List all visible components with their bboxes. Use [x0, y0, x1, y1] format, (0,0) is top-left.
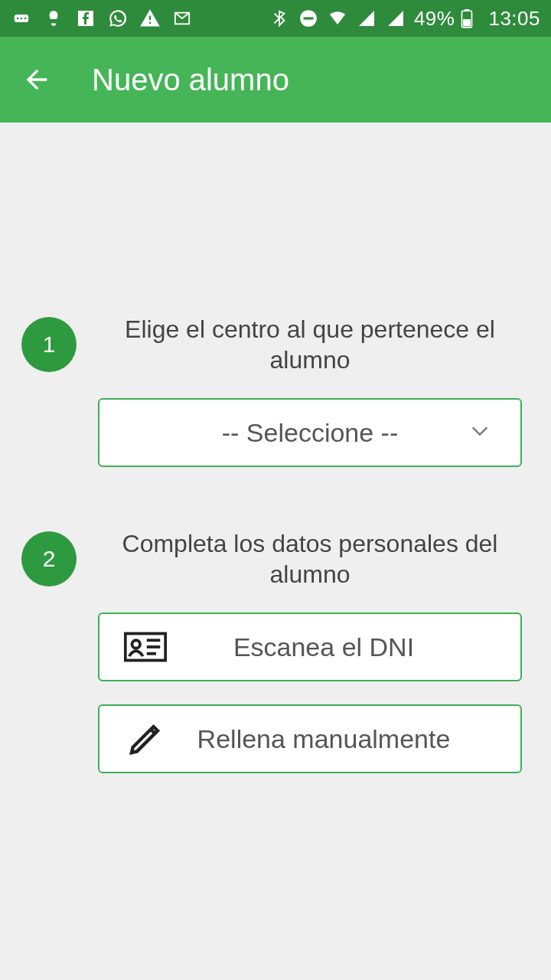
page-title: Nuevo alumno [92, 63, 289, 97]
svg-line-16 [151, 730, 155, 733]
svg-point-1 [17, 18, 19, 20]
chevron-down-icon [467, 420, 493, 445]
facebook-icon [75, 8, 96, 29]
more-icon [11, 8, 32, 29]
battery-icon [461, 8, 473, 28]
dnd-icon [298, 8, 319, 29]
step-2-row: 2 Completa los datos personales del alum… [21, 528, 530, 590]
whatsapp-icon [107, 8, 129, 29]
signal-1-icon [356, 8, 377, 29]
clock-text: 13:05 [488, 7, 540, 31]
step-2-text: Completa los datos personales del alumno [98, 528, 530, 590]
center-select-placeholder: -- Seleccione -- [222, 418, 399, 448]
app-bar: Nuevo alumno [0, 37, 551, 122]
battery-text: 49% [414, 7, 455, 31]
svg-rect-10 [464, 19, 471, 26]
app-notif-icon [43, 8, 64, 29]
battery-indicator: 49% [414, 7, 474, 31]
fill-manual-label: Rellena manualmente [196, 724, 497, 754]
wifi-icon [327, 8, 348, 29]
bluetooth-icon [269, 8, 290, 29]
back-button[interactable] [18, 61, 55, 98]
svg-point-3 [24, 18, 27, 20]
content: 1 Elige el centro al que pertenece el al… [0, 122, 551, 773]
pencil-icon [122, 720, 168, 757]
warning-icon [139, 8, 161, 29]
signal-2-icon [385, 8, 406, 29]
step-2-badge: 2 [21, 531, 77, 586]
mail-icon [171, 8, 193, 29]
step-1-row: 1 Elige el centro al que pertenece el al… [21, 314, 530, 375]
id-card-icon [122, 632, 168, 662]
status-right: 49% 13:05 [269, 7, 540, 31]
svg-rect-7 [303, 17, 313, 19]
svg-rect-9 [465, 9, 470, 11]
svg-point-2 [21, 18, 23, 20]
center-select[interactable]: -- Seleccione -- [98, 398, 522, 467]
fill-manual-button[interactable]: Rellena manualmente [98, 704, 522, 773]
status-bar: 49% 13:05 [0, 0, 551, 37]
scan-dni-button[interactable]: Escanea el DNI [98, 612, 522, 681]
svg-point-12 [132, 640, 141, 648]
arrow-back-icon [21, 64, 52, 95]
scan-dni-label: Escanea el DNI [196, 632, 497, 662]
status-left [11, 8, 193, 29]
step-1-badge: 1 [21, 317, 77, 372]
step-1-text: Elige el centro al que pertenece el alum… [98, 314, 530, 375]
